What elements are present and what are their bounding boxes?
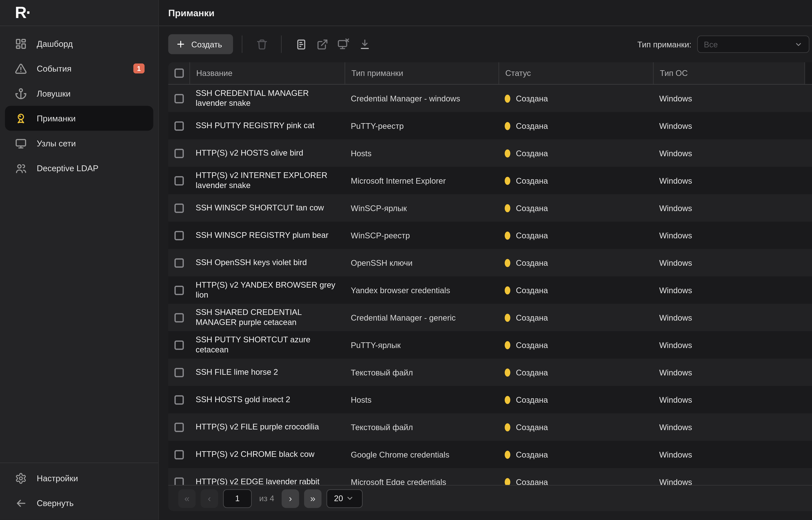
last-page-button[interactable]: » [304,489,322,508]
table-row[interactable]: SSH FILE lime horse 2 Текстовый файл Соз… [168,359,812,386]
cell-status: Создана [498,85,653,112]
page-count-label: из 4 [259,494,274,503]
create-button[interactable]: Создать [168,34,233,54]
sidebar-item-dashboard[interactable]: Дашборд [5,31,153,56]
status-dot-icon [505,177,511,185]
table-row[interactable]: HTTP(S) v2 YANDEX BROWSER grey lion Yand… [168,277,812,304]
status-dot-icon [505,259,511,267]
lure-type-value: Все [704,40,794,49]
status-label: Создана [516,313,548,322]
sidebar-item-settings[interactable]: Настройки [5,466,153,491]
select-all-checkbox[interactable] [174,69,183,78]
column-header-status[interactable]: Статус [498,62,653,84]
cell-status: Создана [498,139,653,167]
table-row[interactable]: SSH OpenSSH keys violet bird OpenSSH клю… [168,249,812,277]
column-header-created[interactable]: Дата создания [804,62,812,84]
table-row[interactable]: HTTP(S) v2 INTERNET EXPLORER lavender sn… [168,167,812,194]
dashboard-icon [15,37,27,50]
sidebar-item-events[interactable]: События 1 [5,56,153,81]
cell-status: Создана [498,413,653,441]
table-row[interactable]: SSH HOSTS gold insect 2 Hosts Создана Wi… [168,386,812,413]
row-checkbox[interactable] [174,477,183,485]
table-row[interactable]: HTTP(S) v2 CHROME black cow Google Chrom… [168,441,812,468]
row-checkbox-cell [168,139,189,167]
page-size-value: 20 [334,494,346,503]
cell-os: Windows [653,167,804,194]
cell-date: 16.06.2025 14:24:16 [804,194,812,222]
table-row[interactable]: SSH SHARED CREDENTIAL MANAGER purple cet… [168,304,812,331]
table-row[interactable]: HTTP(S) v2 HOSTS olive bird Hosts Создан… [168,139,812,167]
cell-status: Создана [498,386,653,413]
first-page-button[interactable]: « [178,489,196,508]
details-button[interactable] [295,38,307,50]
row-checkbox[interactable] [174,313,183,322]
page-number-input[interactable] [223,489,252,508]
row-checkbox[interactable] [174,176,183,185]
cell-name: SSH HOSTS gold insect 2 [189,386,344,413]
cell-status: Создана [498,359,653,386]
delete-button[interactable] [256,38,268,50]
row-checkbox[interactable] [174,231,183,240]
cell-date: 16.06.2025 14:24:16 [804,331,812,359]
cell-date: 16.06.2025 14:24:16 [804,359,812,386]
row-checkbox[interactable] [174,94,183,103]
status-label: Создана [516,149,548,158]
status-dot-icon [505,313,511,321]
row-checkbox[interactable] [174,203,183,213]
table-row[interactable]: SSH PUTTY REGISTRY pink cat PuTTY-реестр… [168,112,812,139]
cell-status: Создана [498,112,653,139]
row-checkbox[interactable] [174,149,183,158]
cell-name: HTTP(S) v2 EDGE lavender rabbit [189,468,344,485]
cell-status: Создана [498,249,653,277]
status-label: Создана [516,231,548,240]
page-size-select[interactable]: 20 [326,489,363,508]
row-checkbox[interactable] [174,368,183,377]
fish-lure-icon [15,112,27,124]
lure-type-select[interactable]: Все [697,35,809,53]
status-dot-icon [505,231,511,239]
column-header-name[interactable]: Название [189,62,344,84]
row-checkbox[interactable] [174,395,183,404]
sidebar-item-traps[interactable]: Ловушки [5,81,153,106]
table-row[interactable]: SSH WINSCP SHORTCUT tan cow WinSCP-ярлык… [168,194,812,222]
row-checkbox[interactable] [174,450,183,459]
column-header-type[interactable]: Тип приманки [345,62,498,84]
pagination-bar: « ‹ из 4 › » 20 Всего: 68 [168,485,812,511]
row-checkbox[interactable] [174,258,183,267]
cell-type: Hosts [345,139,498,167]
table-row[interactable]: SSH PUTTY SHORTCUT azure cetacean PuTTY-… [168,331,812,359]
row-checkbox[interactable] [174,422,183,432]
cell-date: 16.06.2025 14:24:16 [804,222,812,249]
download-button[interactable] [359,38,371,50]
sidebar-item-lures[interactable]: Приманки [5,106,153,131]
next-page-button[interactable]: › [282,489,299,508]
row-checkbox-cell [168,112,189,139]
cell-date: 16.06.2025 14:24:16 [804,112,812,139]
table-row[interactable]: SSH CREDENTIAL MANAGER lavender snake Cr… [168,85,812,112]
row-checkbox-cell [168,304,189,331]
column-header-os[interactable]: Тип ОС [653,62,804,84]
list-card-icon [295,38,307,50]
sidebar-item-deceptive-ldap[interactable]: Deceptive LDAP [5,156,153,180]
sidebar-collapse-button[interactable]: Свернуть [5,491,153,516]
table-row[interactable]: HTTP(S) v2 EDGE lavender rabbit Microsof… [168,468,812,485]
cell-name: HTTP(S) v2 YANDEX BROWSER grey lion [189,277,344,304]
status-label: Создана [516,121,548,130]
export-button[interactable] [316,38,329,50]
row-checkbox[interactable] [174,340,183,349]
remove-from-host-button[interactable] [337,38,350,50]
row-checkbox-cell [168,468,189,485]
sidebar-item-network-nodes[interactable]: Узлы сети [5,131,153,156]
row-checkbox[interactable] [174,121,183,130]
row-checkbox-cell [168,222,189,249]
table-row[interactable]: HTTP(S) v2 FILE purple crocodilia Тексто… [168,413,812,441]
cell-name: SSH FILE lime horse 2 [189,359,344,386]
previous-page-button[interactable]: ‹ [201,489,218,508]
toolbar-divider [281,35,282,53]
sidebar-footer: Настройки Свернуть [0,463,158,520]
sidebar-item-label: Deceptive LDAP [37,163,98,173]
row-checkbox[interactable] [174,285,183,295]
cell-type: Microsoft Internet Explorer [345,167,498,194]
sidebar-item-label: Узлы сети [37,138,76,148]
table-row[interactable]: SSH WINSCP REGISTRY plum bear WinSCP-рее… [168,222,812,249]
